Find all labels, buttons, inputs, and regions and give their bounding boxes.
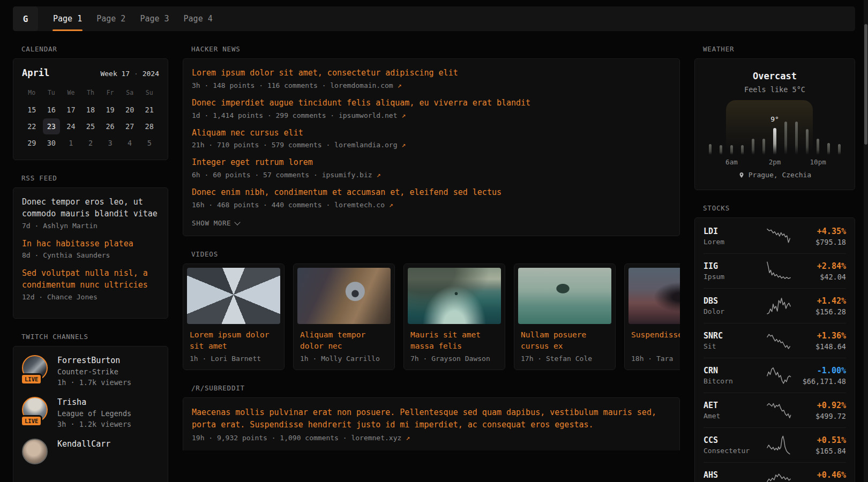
- calendar-cell[interactable]: 27: [121, 118, 139, 134]
- calendar-cell[interactable]: 29: [23, 135, 41, 151]
- video-thumbnail: [408, 268, 501, 324]
- section-label-stocks: STOCKS: [703, 204, 855, 212]
- hacker-news-item-title[interactable]: Donec enim nibh, condimentum et accumsan…: [192, 187, 671, 199]
- stock-price: $165.84: [795, 447, 846, 455]
- calendar-cell[interactable]: 17: [62, 102, 80, 118]
- external-link-icon[interactable]: ↗: [376, 171, 380, 179]
- twitch-channel-meta: 3h · 1.2k viewers: [57, 420, 131, 429]
- stock-row: AHS +0.46%: [704, 462, 846, 482]
- twitch-channel-row[interactable]: LIVE Trisha League of Legends 3h · 1.2k …: [22, 397, 159, 429]
- calendar-cell[interactable]: 22: [23, 118, 41, 134]
- external-link-icon[interactable]: ↗: [401, 141, 406, 149]
- weather-bar-slot: [715, 106, 726, 155]
- twitch-channel-row[interactable]: LIVE KendallCarr: [22, 439, 159, 471]
- twitch-channel-row[interactable]: LIVE ForrestBurton Counter-Strike 1h · 1…: [22, 355, 159, 387]
- calendar-cell[interactable]: 24: [62, 118, 80, 134]
- section-label-calendar: CALENDAR: [21, 45, 168, 53]
- weather-bar: [817, 139, 819, 155]
- video-card[interactable]: Nullam posuere cursus ex 17h · Stefan Co…: [514, 263, 616, 370]
- stock-price: $795.18: [795, 238, 846, 246]
- stock-sparkline: [764, 330, 795, 351]
- weather-bar-slot: [791, 106, 802, 155]
- page-tab[interactable]: Page 4: [183, 6, 213, 31]
- section-label-videos: VIDEOS: [191, 250, 680, 258]
- weather-bar-slot: 6am: [726, 106, 737, 155]
- video-title: Nullam posuere cursus ex: [521, 329, 609, 352]
- weather-condition: Overcast: [704, 71, 846, 81]
- hacker-news-item-title[interactable]: Integer eget rutrum lorem: [192, 157, 671, 169]
- calendar-cell[interactable]: 26: [101, 118, 119, 134]
- external-link-icon[interactable]: ↗: [401, 111, 406, 119]
- stock-row: CCS Consectetur +0.51% $165.84: [704, 427, 846, 462]
- page-scrollbar-thumb[interactable]: [864, 24, 867, 145]
- stock-ticker: CCS: [704, 435, 764, 445]
- calendar-cell[interactable]: 2: [82, 135, 100, 151]
- external-link-icon[interactable]: ↗: [398, 81, 402, 89]
- stock-name: Sit: [704, 342, 764, 351]
- rss-item: Sed volutpat nulla nisl, a condimentum n…: [22, 268, 159, 301]
- weather-bar: [762, 139, 765, 155]
- hacker-news-item-meta: 16h · 468 points · 440 comments · loremt…: [192, 201, 671, 209]
- stock-ticker: DBS: [704, 296, 764, 306]
- calendar-cell[interactable]: 1: [62, 135, 80, 151]
- stock-price: $66,171.48: [795, 377, 846, 386]
- twitch-channel-name: Trisha: [57, 397, 131, 408]
- calendar-cell[interactable]: 5: [140, 135, 158, 151]
- page-tab[interactable]: Page 1: [53, 6, 83, 31]
- rss-item: In hac habitasse platea 8d · Cynthia Sau…: [22, 238, 159, 260]
- twitch-widget: LIVE ForrestBurton Counter-Strike 1h · 1…: [13, 346, 168, 482]
- stock-name: Amet: [704, 412, 764, 420]
- video-title: Suspendisse diam: [631, 329, 680, 352]
- rss-item-title[interactable]: Sed volutpat nulla nisl, a condimentum n…: [22, 268, 159, 291]
- external-link-icon[interactable]: ↗: [406, 434, 410, 442]
- hacker-news-item: Donec imperdiet augue tincidunt felis al…: [192, 97, 671, 119]
- rss-item-title[interactable]: Donec tempor eros leo, ut commodo mauris…: [22, 197, 159, 220]
- hacker-news-item-title[interactable]: Aliquam nec cursus elit: [192, 127, 671, 139]
- weather-bar: [795, 122, 798, 155]
- calendar-cell[interactable]: 20: [121, 102, 139, 118]
- calendar-cell[interactable]: 15: [23, 102, 41, 118]
- calendar-cell[interactable]: 18: [82, 102, 100, 118]
- stock-ticker: CRN: [704, 366, 764, 375]
- hacker-news-item-meta-text: 3h · 148 points · 116 comments · loremdo…: [192, 81, 393, 89]
- calendar-cell[interactable]: 30: [43, 135, 61, 151]
- page-tab-label: Page 1: [53, 14, 82, 24]
- calendar-cell[interactable]: 23: [43, 118, 61, 134]
- hacker-news-show-more-button[interactable]: SHOW MORE: [192, 219, 240, 227]
- video-card[interactable]: Aliquam tempor dolor nec pharetra… 1h · …: [293, 263, 395, 370]
- twitch-avatar-wrap: LIVE: [22, 439, 49, 468]
- stock-change: +4.35%: [795, 227, 846, 236]
- calendar-cell[interactable]: 25: [82, 118, 100, 134]
- stock-change: +2.84%: [795, 261, 846, 271]
- hacker-news-item-title[interactable]: Lorem ipsum dolor sit amet, consectetur …: [192, 67, 671, 79]
- calendar-cell[interactable]: 21: [140, 102, 158, 118]
- calendar-cell[interactable]: 3: [101, 135, 119, 151]
- video-card[interactable]: Lorem ipsum dolor sit amet consectetu… 1…: [183, 263, 285, 370]
- hacker-news-item: Integer eget rutrum lorem 6h · 60 points…: [192, 157, 671, 179]
- rss-item-title[interactable]: In hac habitasse platea: [22, 238, 159, 250]
- stock-change: +0.51%: [795, 435, 846, 445]
- stock-ticker: IIG: [704, 261, 764, 271]
- stock-change: +0.46%: [795, 470, 846, 480]
- page-tabs: Page 1 Page 2 Page 3 Page 4: [53, 6, 213, 31]
- weather-widget: Overcast Feels like 5°C 6am9°2pm10pm Pra…: [694, 58, 855, 190]
- calendar-cell[interactable]: 19: [101, 102, 119, 118]
- hacker-news-list: Lorem ipsum dolor sit amet, consectetur …: [192, 67, 671, 209]
- calendar-cell[interactable]: 16: [43, 102, 61, 118]
- stock-price: $148.64: [795, 342, 846, 351]
- subreddit-post-title[interactable]: Maecenas mollis pulvinar erat non posuer…: [192, 406, 671, 432]
- weather-bar: [741, 145, 744, 155]
- hacker-news-item: Donec enim nibh, condimentum et accumsan…: [192, 187, 671, 209]
- calendar-cell[interactable]: 4: [121, 135, 139, 151]
- stocks-widget: LDI Lorem +4.35% $795.18 IIG Ipsum: [694, 217, 855, 482]
- page-tab[interactable]: Page 2: [96, 6, 126, 31]
- calendar-cell[interactable]: 28: [140, 118, 158, 134]
- twitch-channel-meta: 1h · 1.7k viewers: [57, 378, 131, 387]
- stock-ticker: AET: [704, 401, 764, 410]
- video-card[interactable]: Mauris sit amet massa felis 7h · Grayson…: [403, 263, 505, 370]
- weather-bar: [827, 143, 830, 155]
- page-tab[interactable]: Page 3: [139, 6, 169, 31]
- external-link-icon[interactable]: ↗: [389, 201, 393, 209]
- video-card[interactable]: Suspendisse diam 18h · Tara: [624, 263, 680, 370]
- hacker-news-item-title[interactable]: Donec imperdiet augue tincidunt felis al…: [192, 97, 671, 109]
